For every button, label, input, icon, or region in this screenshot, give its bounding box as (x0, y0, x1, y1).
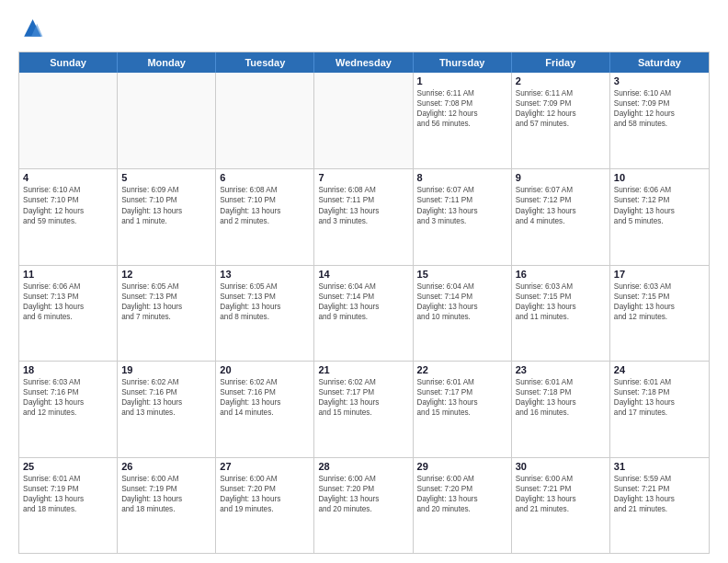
day-number: 23 (516, 364, 606, 375)
day-cell-7: 7Sunrise: 6:08 AM Sunset: 7:11 PM Daylig… (314, 169, 413, 264)
day-detail: Sunrise: 6:09 AM Sunset: 7:10 PM Dayligh… (121, 185, 211, 225)
day-cell-19: 19Sunrise: 6:02 AM Sunset: 7:16 PM Dayli… (118, 362, 216, 456)
day-number: 26 (121, 461, 211, 472)
day-detail: Sunrise: 6:00 AM Sunset: 7:20 PM Dayligh… (220, 474, 310, 514)
day-number: 30 (516, 461, 606, 472)
day-cell-8: 8Sunrise: 6:07 AM Sunset: 7:11 PM Daylig… (414, 169, 512, 264)
day-detail: Sunrise: 6:04 AM Sunset: 7:14 PM Dayligh… (318, 282, 408, 322)
day-number: 6 (220, 172, 310, 183)
day-cell-15: 15Sunrise: 6:04 AM Sunset: 7:14 PM Dayli… (414, 266, 512, 361)
day-cell-10: 10Sunrise: 6:06 AM Sunset: 7:12 PM Dayli… (610, 169, 709, 264)
day-number: 16 (516, 269, 606, 280)
calendar-row-4: 18Sunrise: 6:03 AM Sunset: 7:16 PM Dayli… (19, 361, 709, 456)
day-cell-4: 4Sunrise: 6:10 AM Sunset: 7:10 PM Daylig… (19, 169, 118, 264)
day-number: 9 (516, 172, 606, 183)
day-cell-11: 11Sunrise: 6:06 AM Sunset: 7:13 PM Dayli… (19, 266, 118, 361)
day-number: 8 (417, 172, 507, 183)
day-detail: Sunrise: 6:00 AM Sunset: 7:20 PM Dayligh… (318, 474, 408, 514)
header-day-thursday: Thursday (414, 52, 512, 73)
header-day-friday: Friday (512, 52, 610, 73)
day-cell-26: 26Sunrise: 6:00 AM Sunset: 7:19 PM Dayli… (118, 458, 216, 553)
empty-cell (118, 73, 216, 168)
day-cell-9: 9Sunrise: 6:07 AM Sunset: 7:12 PM Daylig… (512, 169, 610, 264)
day-cell-5: 5Sunrise: 6:09 AM Sunset: 7:10 PM Daylig… (118, 169, 216, 264)
day-cell-12: 12Sunrise: 6:05 AM Sunset: 7:13 PM Dayli… (118, 266, 216, 361)
day-detail: Sunrise: 6:05 AM Sunset: 7:13 PM Dayligh… (121, 282, 211, 322)
day-detail: Sunrise: 6:01 AM Sunset: 7:18 PM Dayligh… (614, 377, 705, 418)
day-cell-17: 17Sunrise: 6:03 AM Sunset: 7:15 PM Dayli… (610, 266, 709, 361)
calendar-row-5: 25Sunrise: 6:01 AM Sunset: 7:19 PM Dayli… (19, 457, 709, 553)
day-number: 7 (318, 172, 408, 183)
day-cell-25: 25Sunrise: 6:01 AM Sunset: 7:19 PM Dayli… (19, 458, 118, 553)
day-cell-20: 20Sunrise: 6:02 AM Sunset: 7:16 PM Dayli… (216, 362, 314, 456)
calendar: SundayMondayTuesdayWednesdayThursdayFrid… (18, 52, 710, 554)
day-detail: Sunrise: 6:04 AM Sunset: 7:14 PM Dayligh… (417, 282, 507, 322)
day-detail: Sunrise: 6:01 AM Sunset: 7:17 PM Dayligh… (417, 377, 507, 418)
day-number: 28 (318, 461, 408, 472)
day-detail: Sunrise: 5:59 AM Sunset: 7:21 PM Dayligh… (614, 474, 705, 514)
header-day-saturday: Saturday (610, 52, 709, 73)
day-detail: Sunrise: 6:10 AM Sunset: 7:10 PM Dayligh… (23, 185, 113, 225)
day-cell-16: 16Sunrise: 6:03 AM Sunset: 7:15 PM Dayli… (512, 266, 610, 361)
day-detail: Sunrise: 6:10 AM Sunset: 7:09 PM Dayligh… (614, 88, 705, 129)
day-detail: Sunrise: 6:07 AM Sunset: 7:12 PM Dayligh… (516, 185, 606, 225)
day-detail: Sunrise: 6:00 AM Sunset: 7:21 PM Dayligh… (516, 474, 606, 514)
day-detail: Sunrise: 6:03 AM Sunset: 7:15 PM Dayligh… (516, 282, 606, 322)
day-detail: Sunrise: 6:02 AM Sunset: 7:17 PM Dayligh… (318, 377, 408, 418)
day-number: 2 (516, 75, 606, 86)
day-number: 21 (318, 364, 408, 375)
day-cell-13: 13Sunrise: 6:05 AM Sunset: 7:13 PM Dayli… (216, 266, 314, 361)
calendar-body: 1Sunrise: 6:11 AM Sunset: 7:08 PM Daylig… (19, 73, 709, 553)
day-cell-18: 18Sunrise: 6:03 AM Sunset: 7:16 PM Dayli… (19, 362, 118, 456)
logo-icon (18, 17, 44, 42)
header-day-sunday: Sunday (19, 52, 118, 73)
header-day-wednesday: Wednesday (314, 52, 413, 73)
day-number: 27 (220, 461, 310, 472)
day-detail: Sunrise: 6:01 AM Sunset: 7:19 PM Dayligh… (23, 474, 113, 514)
day-cell-28: 28Sunrise: 6:00 AM Sunset: 7:20 PM Dayli… (314, 458, 413, 553)
day-number: 10 (614, 172, 705, 183)
day-number: 24 (614, 364, 705, 375)
day-cell-2: 2Sunrise: 6:11 AM Sunset: 7:09 PM Daylig… (512, 73, 610, 168)
empty-cell (19, 73, 118, 168)
day-cell-14: 14Sunrise: 6:04 AM Sunset: 7:14 PM Dayli… (314, 266, 413, 361)
day-number: 3 (614, 75, 705, 86)
day-cell-6: 6Sunrise: 6:08 AM Sunset: 7:10 PM Daylig… (216, 169, 314, 264)
page: SundayMondayTuesdayWednesdayThursdayFrid… (0, 0, 728, 563)
header-day-tuesday: Tuesday (216, 52, 314, 73)
day-cell-23: 23Sunrise: 6:01 AM Sunset: 7:18 PM Dayli… (512, 362, 610, 456)
day-cell-30: 30Sunrise: 6:00 AM Sunset: 7:21 PM Dayli… (512, 458, 610, 553)
day-number: 17 (614, 269, 705, 280)
day-detail: Sunrise: 6:06 AM Sunset: 7:12 PM Dayligh… (614, 185, 705, 225)
day-cell-27: 27Sunrise: 6:00 AM Sunset: 7:20 PM Dayli… (216, 458, 314, 553)
day-number: 18 (23, 364, 113, 375)
day-cell-22: 22Sunrise: 6:01 AM Sunset: 7:17 PM Dayli… (414, 362, 512, 456)
calendar-row-3: 11Sunrise: 6:06 AM Sunset: 7:13 PM Dayli… (19, 265, 709, 361)
header (18, 17, 710, 42)
day-detail: Sunrise: 6:11 AM Sunset: 7:08 PM Dayligh… (417, 88, 507, 129)
day-cell-29: 29Sunrise: 6:00 AM Sunset: 7:20 PM Dayli… (414, 458, 512, 553)
calendar-header: SundayMondayTuesdayWednesdayThursdayFrid… (19, 52, 709, 73)
empty-cell (216, 73, 314, 168)
day-number: 11 (23, 269, 113, 280)
day-detail: Sunrise: 6:06 AM Sunset: 7:13 PM Dayligh… (23, 282, 113, 322)
logo (18, 17, 48, 42)
day-number: 1 (417, 75, 507, 86)
calendar-row-2: 4Sunrise: 6:10 AM Sunset: 7:10 PM Daylig… (19, 168, 709, 264)
day-cell-31: 31Sunrise: 5:59 AM Sunset: 7:21 PM Dayli… (610, 458, 709, 553)
calendar-row-1: 1Sunrise: 6:11 AM Sunset: 7:08 PM Daylig… (19, 73, 709, 168)
day-detail: Sunrise: 6:00 AM Sunset: 7:19 PM Dayligh… (121, 474, 211, 514)
day-number: 22 (417, 364, 507, 375)
day-number: 13 (220, 269, 310, 280)
day-detail: Sunrise: 6:08 AM Sunset: 7:11 PM Dayligh… (318, 185, 408, 225)
day-cell-21: 21Sunrise: 6:02 AM Sunset: 7:17 PM Dayli… (314, 362, 413, 456)
day-detail: Sunrise: 6:02 AM Sunset: 7:16 PM Dayligh… (121, 377, 211, 418)
day-cell-3: 3Sunrise: 6:10 AM Sunset: 7:09 PM Daylig… (610, 73, 709, 168)
day-detail: Sunrise: 6:02 AM Sunset: 7:16 PM Dayligh… (220, 377, 310, 418)
day-detail: Sunrise: 6:05 AM Sunset: 7:13 PM Dayligh… (220, 282, 310, 322)
day-number: 12 (121, 269, 211, 280)
day-detail: Sunrise: 6:00 AM Sunset: 7:20 PM Dayligh… (417, 474, 507, 514)
day-detail: Sunrise: 6:07 AM Sunset: 7:11 PM Dayligh… (417, 185, 507, 225)
day-detail: Sunrise: 6:03 AM Sunset: 7:16 PM Dayligh… (23, 377, 113, 418)
day-detail: Sunrise: 6:08 AM Sunset: 7:10 PM Dayligh… (220, 185, 310, 225)
